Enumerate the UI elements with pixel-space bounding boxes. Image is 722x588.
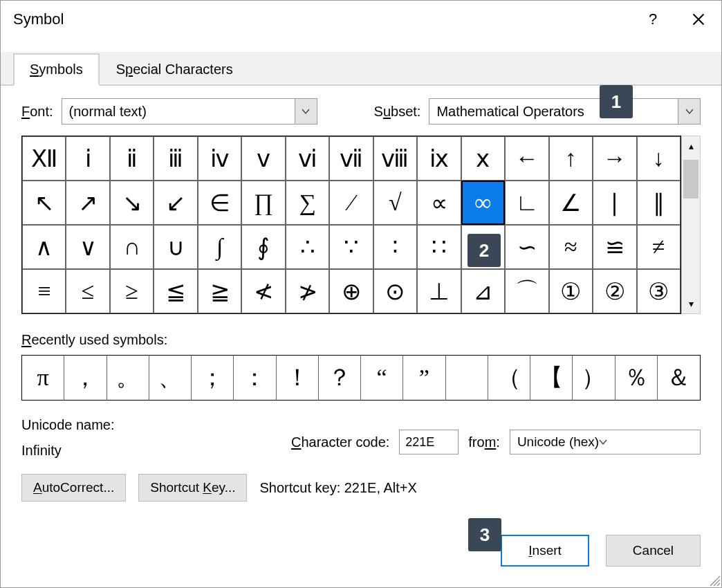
annotation-marker-1: 1 bbox=[600, 85, 633, 118]
grid-scrollbar[interactable]: ▴ ▾ bbox=[681, 136, 701, 314]
symbol-cell[interactable]: ≯ bbox=[286, 269, 329, 313]
symbol-cell[interactable]: ⅱ bbox=[110, 136, 154, 181]
autocorrect-button[interactable]: AutoCorrect... bbox=[21, 474, 126, 502]
symbol-cell[interactable]: ∑ bbox=[286, 181, 329, 225]
cancel-button[interactable]: Cancel bbox=[606, 535, 701, 567]
resize-grip[interactable] bbox=[707, 573, 720, 586]
symbol-cell[interactable]: ∴ bbox=[286, 225, 329, 269]
recent-symbol-cell[interactable]: ” bbox=[403, 356, 445, 400]
symbol-cell[interactable]: → bbox=[593, 136, 636, 181]
from-dropdown-button[interactable] bbox=[599, 434, 607, 450]
from-select[interactable]: Unicode (hex) bbox=[510, 430, 701, 454]
subset-dropdown-button[interactable] bbox=[678, 99, 700, 124]
recent-symbol-cell[interactable] bbox=[446, 356, 488, 400]
symbol-cell[interactable]: ≤ bbox=[66, 269, 109, 313]
symbol-cell[interactable]: ∩ bbox=[110, 225, 154, 269]
symbol-cell[interactable]: ⊥ bbox=[417, 269, 461, 313]
font-dropdown-button[interactable] bbox=[295, 99, 317, 124]
recent-symbol-cell[interactable]: ＆ bbox=[658, 356, 700, 400]
close-button[interactable] bbox=[683, 8, 714, 31]
symbol-cell[interactable]: ≧ bbox=[198, 269, 241, 313]
symbol-cell[interactable]: ≥ bbox=[110, 269, 154, 313]
symbol-cell[interactable]: ⅶ bbox=[329, 136, 373, 181]
symbol-cell[interactable]: ≈ bbox=[549, 225, 593, 269]
recent-symbol-cell[interactable]: ； bbox=[192, 356, 234, 400]
symbol-cell[interactable]: ⅵ bbox=[286, 136, 329, 181]
symbol-cell[interactable]: ⊕ bbox=[329, 269, 373, 313]
symbol-cell[interactable]: ∮ bbox=[241, 225, 285, 269]
unicode-name-label: Unicode name: bbox=[21, 417, 270, 433]
symbol-cell[interactable]: ⅴ bbox=[241, 136, 285, 181]
recent-symbol-cell[interactable]: π bbox=[22, 356, 64, 400]
symbol-cell[interactable]: ⅲ bbox=[154, 136, 197, 181]
symbol-cell[interactable]: ↖ bbox=[22, 181, 66, 225]
symbol-cell[interactable]: ∟ bbox=[505, 181, 548, 225]
recent-symbol-cell[interactable]: 、 bbox=[149, 356, 192, 400]
insert-button[interactable]: Insert bbox=[501, 535, 589, 567]
symbol-cell[interactable]: ≠ bbox=[637, 225, 681, 269]
symbol-cell[interactable]: ↗ bbox=[66, 181, 109, 225]
help-button[interactable]: ? bbox=[637, 8, 669, 31]
tab-special-characters[interactable]: Special Characters bbox=[100, 53, 250, 86]
symbol-cell[interactable]: ∞ bbox=[461, 181, 505, 225]
recent-symbol-cell[interactable]: “ bbox=[361, 356, 403, 400]
symbol-cell[interactable]: ← bbox=[505, 136, 548, 181]
symbol-cell[interactable]: ② bbox=[593, 269, 636, 313]
symbol-cell[interactable]: ≮ bbox=[241, 269, 285, 313]
symbol-cell[interactable]: ∈ bbox=[198, 181, 241, 225]
symbol-cell[interactable]: ⅷ bbox=[373, 136, 417, 181]
symbol-cell[interactable]: ⌒ bbox=[505, 269, 548, 313]
symbol-cell[interactable]: ⅹ bbox=[461, 136, 505, 181]
charcode-input[interactable]: 221E bbox=[399, 430, 459, 454]
subset-value: Mathematical Operators bbox=[436, 104, 584, 120]
recent-symbol-cell[interactable]: ％ bbox=[615, 356, 658, 400]
symbol-cell[interactable]: ≌ bbox=[593, 225, 636, 269]
symbol-cell[interactable]: ∠ bbox=[549, 181, 593, 225]
symbol-cell[interactable]: ⅳ bbox=[198, 136, 241, 181]
symbol-cell[interactable]: ∽ bbox=[505, 225, 548, 269]
font-select[interactable]: (normal text) bbox=[62, 98, 317, 125]
shortcut-key-button[interactable]: Shortcut Key... bbox=[138, 474, 247, 502]
symbol-cell[interactable]: √ bbox=[373, 181, 417, 225]
symbol-cell[interactable]: ⅰ bbox=[66, 136, 109, 181]
symbol-cell[interactable]: ⅸ bbox=[417, 136, 461, 181]
symbol-cell[interactable]: ∥ bbox=[637, 181, 681, 225]
recent-symbol-cell[interactable]: ） bbox=[573, 356, 615, 400]
recent-symbol-cell[interactable]: （ bbox=[488, 356, 530, 400]
symbol-cell[interactable]: ∝ bbox=[417, 181, 461, 225]
symbol-cell[interactable]: ↘ bbox=[110, 181, 154, 225]
scroll-down-button[interactable]: ▾ bbox=[682, 294, 700, 313]
scroll-thumb[interactable] bbox=[683, 160, 698, 199]
symbol-cell[interactable]: ∷ bbox=[417, 225, 461, 269]
symbol-cell[interactable]: ∨ bbox=[66, 225, 109, 269]
symbol-cell[interactable]: ∫ bbox=[198, 225, 241, 269]
symbol-cell[interactable]: Ⅻ bbox=[22, 136, 66, 181]
recent-symbol-cell[interactable]: ： bbox=[234, 356, 276, 400]
symbol-cell[interactable]: ↑ bbox=[549, 136, 593, 181]
recent-symbol-cell[interactable]: ？ bbox=[319, 356, 361, 400]
symbol-cell[interactable]: ∕ bbox=[329, 181, 373, 225]
symbol-cell[interactable]: ↙ bbox=[154, 181, 197, 225]
symbol-cell[interactable]: ∵ bbox=[329, 225, 373, 269]
symbol-cell[interactable]: ∪ bbox=[154, 225, 197, 269]
recent-symbol-cell[interactable]: 。 bbox=[107, 356, 149, 400]
symbol-cell[interactable]: ⊿ bbox=[461, 269, 505, 313]
scroll-track[interactable] bbox=[682, 156, 700, 294]
symbol-cell[interactable]: ≡ bbox=[22, 269, 66, 313]
symbol-cell[interactable]: ∏ bbox=[241, 181, 285, 225]
symbol-cell[interactable]: ↓ bbox=[637, 136, 681, 181]
recent-symbol-cell[interactable]: ， bbox=[64, 356, 107, 400]
recent-symbol-cell[interactable]: 【 bbox=[530, 356, 573, 400]
symbol-cell[interactable]: ∧ bbox=[22, 225, 66, 269]
tab-symbols[interactable]: Symbols bbox=[13, 53, 100, 86]
symbol-cell[interactable]: ⊙ bbox=[373, 269, 417, 313]
subset-select[interactable]: Mathematical Operators bbox=[429, 98, 701, 125]
scroll-up-button[interactable]: ▴ bbox=[682, 136, 700, 156]
symbol-cell[interactable]: ∶ bbox=[373, 225, 417, 269]
symbol-cell[interactable]: ③ bbox=[637, 269, 681, 313]
annotation-marker-2: 2 bbox=[468, 234, 501, 267]
symbol-cell[interactable]: ≦ bbox=[154, 269, 197, 313]
symbol-cell[interactable]: ① bbox=[549, 269, 593, 313]
recent-symbol-cell[interactable]: ！ bbox=[277, 356, 319, 400]
symbol-cell[interactable]: ∣ bbox=[593, 181, 636, 225]
